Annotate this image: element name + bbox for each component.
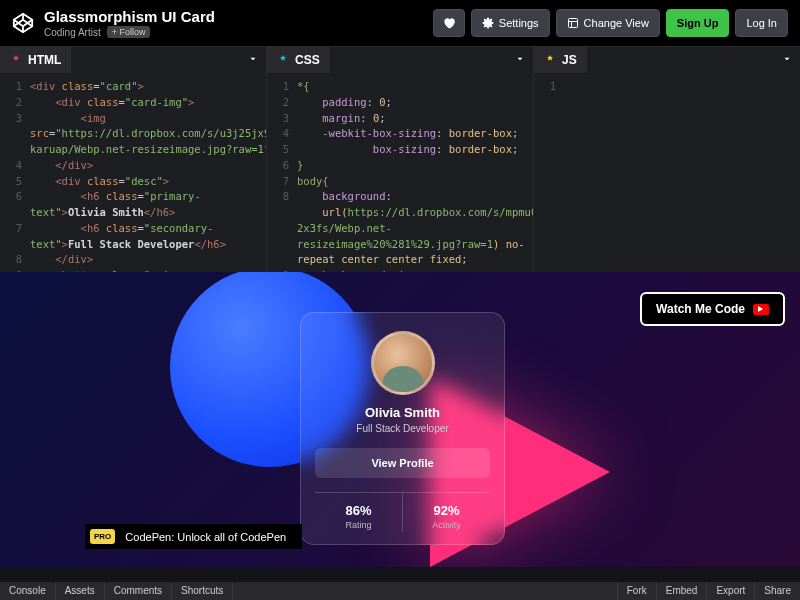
html-tab-label: HTML [28, 53, 61, 67]
layout-icon [567, 17, 579, 29]
card-name: Olivia Smith [315, 405, 490, 420]
html-pane-caret[interactable] [240, 49, 266, 71]
comments-tab[interactable]: Comments [105, 582, 172, 600]
footer-right: Fork Embed Export Share [617, 582, 800, 600]
rating-value: 86% [319, 503, 398, 518]
html-tab[interactable]: HTML [0, 47, 71, 73]
activity-label: Activity [407, 520, 486, 530]
heart-icon [442, 16, 456, 30]
js-code-editor[interactable]: 1 [534, 73, 800, 272]
css-tab[interactable]: CSS [267, 47, 330, 73]
youtube-icon [753, 304, 769, 315]
css-tab-label: CSS [295, 53, 320, 67]
share-tab[interactable]: Share [754, 582, 800, 600]
ad-text: CodePen: Unlock all of CodePen [125, 531, 286, 543]
change-view-button[interactable]: Change View [556, 9, 660, 37]
rating-label: Rating [319, 520, 398, 530]
js-tab[interactable]: JS [534, 47, 587, 73]
pro-badge: PRO [90, 529, 115, 544]
js-pane-head: JS [534, 47, 800, 73]
gear-icon [10, 54, 22, 66]
js-tab-label: JS [562, 53, 577, 67]
chevron-down-icon [515, 54, 525, 64]
assets-tab[interactable]: Assets [56, 582, 105, 600]
card-stats: 86% Rating 92% Activity [315, 492, 490, 532]
css-pane-caret[interactable] [507, 49, 533, 71]
chevron-down-icon [782, 54, 792, 64]
css-code-editor[interactable]: 1*{ 2 padding: 0; 3 margin: 0; 4 -webkit… [267, 73, 533, 272]
signup-button[interactable]: Sign Up [666, 9, 730, 37]
export-tab[interactable]: Export [706, 582, 754, 600]
card-role: Full Stack Developer [315, 423, 490, 434]
gear-icon [482, 17, 494, 29]
html-pane: HTML 1<div class="card"> 2 <div class="c… [0, 47, 267, 272]
header-actions: Settings Change View Sign Up Log In [433, 9, 788, 37]
css-pane-head: CSS [267, 47, 533, 73]
fork-tab[interactable]: Fork [617, 582, 656, 600]
stat-activity: 92% Activity [403, 493, 490, 532]
top-header: Glassmorphism UI Card Coding Artist + Fo… [0, 0, 800, 47]
follow-button[interactable]: + Follow [107, 26, 151, 38]
watch-label: Watch Me Code [656, 302, 745, 316]
shortcuts-tab[interactable]: Shortcuts [172, 582, 233, 600]
editor-row: HTML 1<div class="card"> 2 <div class="c… [0, 47, 800, 272]
codepen-logo-icon [12, 12, 34, 34]
gear-icon [277, 54, 289, 66]
glass-card: Olivia Smith Full Stack Developer View P… [300, 312, 505, 545]
footer-left: Console Assets Comments Shortcuts [0, 582, 233, 600]
title-block: Glassmorphism UI Card Coding Artist + Fo… [44, 8, 215, 38]
settings-button[interactable]: Settings [471, 9, 550, 37]
change-view-label: Change View [584, 17, 649, 29]
activity-value: 92% [407, 503, 486, 518]
gear-icon [544, 54, 556, 66]
css-pane: CSS 1*{ 2 padding: 0; 3 margin: 0; 4 -we… [267, 47, 534, 272]
pen-title: Glassmorphism UI Card [44, 8, 215, 25]
preview-area: Watch Me Code Olivia Smith Full Stack De… [0, 272, 800, 567]
ad-bar[interactable]: PRO CodePen: Unlock all of CodePen [85, 524, 302, 549]
footer-bar: Console Assets Comments Shortcuts Fork E… [0, 582, 800, 600]
svg-rect-8 [568, 19, 577, 28]
js-pane-caret[interactable] [774, 49, 800, 71]
avatar [371, 331, 435, 395]
console-tab[interactable]: Console [0, 582, 56, 600]
chevron-down-icon [248, 54, 258, 64]
pen-author[interactable]: Coding Artist [44, 27, 101, 38]
html-pane-head: HTML [0, 47, 266, 73]
view-profile-button[interactable]: View Profile [315, 448, 490, 478]
embed-tab[interactable]: Embed [656, 582, 707, 600]
watch-me-code-button[interactable]: Watch Me Code [640, 292, 785, 326]
login-button[interactable]: Log In [735, 9, 788, 37]
stat-rating: 86% Rating [315, 493, 403, 532]
heart-button[interactable] [433, 9, 465, 37]
html-code-editor[interactable]: 1<div class="card"> 2 <div class="card-i… [0, 73, 266, 272]
js-pane: JS 1 [534, 47, 800, 272]
settings-label: Settings [499, 17, 539, 29]
header-left: Glassmorphism UI Card Coding Artist + Fo… [12, 8, 215, 38]
